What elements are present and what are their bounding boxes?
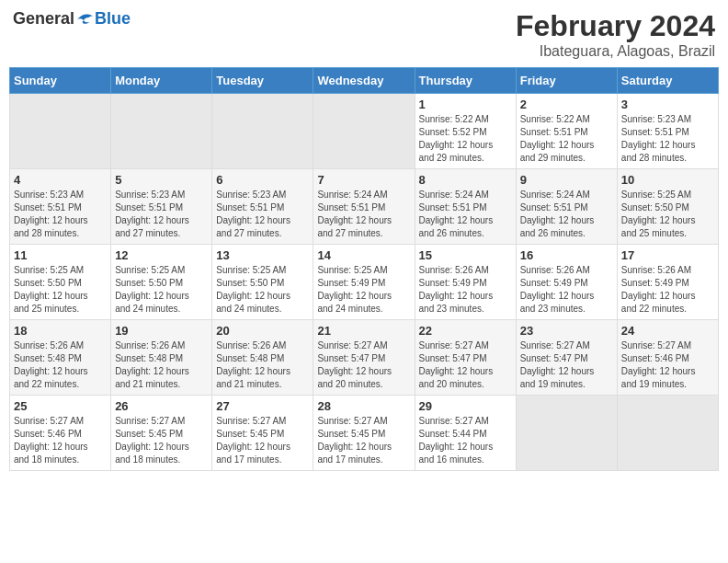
- day-info: Sunrise: 5:22 AM Sunset: 5:52 PM Dayligh…: [419, 113, 512, 165]
- day-info: Sunrise: 5:24 AM Sunset: 5:51 PM Dayligh…: [419, 189, 512, 240]
- day-number: 25: [14, 399, 107, 413]
- calendar-cell: 21Sunrise: 5:27 AM Sunset: 5:47 PM Dayli…: [313, 320, 415, 396]
- calendar-cell: [212, 94, 313, 169]
- calendar-cell: 7Sunrise: 5:24 AM Sunset: 5:51 PM Daylig…: [313, 169, 415, 245]
- day-number: 1: [419, 98, 512, 111]
- day-header-wednesday: Wednesday: [313, 68, 415, 94]
- day-info: Sunrise: 5:27 AM Sunset: 5:46 PM Dayligh…: [621, 339, 714, 391]
- calendar-cell: 8Sunrise: 5:24 AM Sunset: 5:51 PM Daylig…: [415, 169, 516, 245]
- day-info: Sunrise: 5:27 AM Sunset: 5:44 PM Dayligh…: [419, 415, 512, 466]
- calendar-cell: [313, 94, 415, 169]
- day-number: 2: [520, 98, 613, 111]
- calendar-cell: 22Sunrise: 5:27 AM Sunset: 5:47 PM Dayli…: [415, 320, 516, 396]
- logo: General Blue: [13, 9, 131, 29]
- week-row-2: 4Sunrise: 5:23 AM Sunset: 5:51 PM Daylig…: [10, 169, 719, 245]
- day-number: 8: [419, 173, 512, 187]
- day-number: 11: [14, 248, 107, 262]
- day-info: Sunrise: 5:25 AM Sunset: 5:50 PM Dayligh…: [14, 264, 107, 316]
- calendar-cell: 5Sunrise: 5:23 AM Sunset: 5:51 PM Daylig…: [111, 169, 212, 245]
- day-info: Sunrise: 5:26 AM Sunset: 5:49 PM Dayligh…: [520, 264, 613, 316]
- day-info: Sunrise: 5:27 AM Sunset: 5:45 PM Dayligh…: [317, 415, 410, 466]
- day-info: Sunrise: 5:23 AM Sunset: 5:51 PM Dayligh…: [216, 189, 309, 240]
- calendar-cell: 14Sunrise: 5:25 AM Sunset: 5:49 PM Dayli…: [313, 245, 415, 320]
- calendar-cell: 16Sunrise: 5:26 AM Sunset: 5:49 PM Dayli…: [516, 245, 617, 320]
- day-number: 19: [115, 324, 208, 338]
- day-number: 15: [419, 248, 512, 262]
- calendar-cell: 18Sunrise: 5:26 AM Sunset: 5:48 PM Dayli…: [10, 320, 111, 396]
- day-number: 7: [317, 173, 410, 187]
- calendar-cell: 29Sunrise: 5:27 AM Sunset: 5:44 PM Dayli…: [415, 396, 516, 471]
- day-info: Sunrise: 5:26 AM Sunset: 5:49 PM Dayligh…: [621, 264, 714, 316]
- calendar-cell: 10Sunrise: 5:25 AM Sunset: 5:50 PM Dayli…: [617, 169, 718, 245]
- day-info: Sunrise: 5:25 AM Sunset: 5:49 PM Dayligh…: [317, 264, 410, 316]
- page-header: General Blue February 2024 Ibateguara, A…: [9, 9, 719, 60]
- day-number: 27: [216, 399, 309, 413]
- calendar-cell: 1Sunrise: 5:22 AM Sunset: 5:52 PM Daylig…: [415, 94, 516, 169]
- week-row-1: 1Sunrise: 5:22 AM Sunset: 5:52 PM Daylig…: [10, 94, 719, 169]
- day-info: Sunrise: 5:23 AM Sunset: 5:51 PM Dayligh…: [115, 189, 208, 240]
- title-section: February 2024 Ibateguara, Alagoas, Brazi…: [516, 9, 715, 60]
- day-number: 13: [216, 248, 309, 262]
- day-number: 12: [115, 248, 208, 262]
- day-number: 28: [317, 399, 410, 413]
- calendar-cell: 27Sunrise: 5:27 AM Sunset: 5:45 PM Dayli…: [212, 396, 313, 471]
- calendar-cell: 17Sunrise: 5:26 AM Sunset: 5:49 PM Dayli…: [617, 245, 718, 320]
- day-info: Sunrise: 5:26 AM Sunset: 5:48 PM Dayligh…: [216, 339, 309, 391]
- calendar-cell: 24Sunrise: 5:27 AM Sunset: 5:46 PM Dayli…: [617, 320, 718, 396]
- calendar-cell: [111, 94, 212, 169]
- day-number: 21: [317, 324, 410, 338]
- day-info: Sunrise: 5:27 AM Sunset: 5:47 PM Dayligh…: [317, 339, 410, 391]
- day-number: 16: [520, 248, 613, 262]
- day-number: 24: [621, 324, 714, 338]
- day-info: Sunrise: 5:27 AM Sunset: 5:47 PM Dayligh…: [419, 339, 512, 391]
- day-header-tuesday: Tuesday: [212, 68, 313, 94]
- calendar-cell: 15Sunrise: 5:26 AM Sunset: 5:49 PM Dayli…: [415, 245, 516, 320]
- subtitle: Ibateguara, Alagoas, Brazil: [516, 43, 715, 60]
- calendar-cell: 19Sunrise: 5:26 AM Sunset: 5:48 PM Dayli…: [111, 320, 212, 396]
- day-info: Sunrise: 5:26 AM Sunset: 5:48 PM Dayligh…: [115, 339, 208, 391]
- calendar-cell: [516, 396, 617, 471]
- calendar-cell: 23Sunrise: 5:27 AM Sunset: 5:47 PM Dayli…: [516, 320, 617, 396]
- day-info: Sunrise: 5:26 AM Sunset: 5:49 PM Dayligh…: [419, 264, 512, 316]
- calendar-cell: 4Sunrise: 5:23 AM Sunset: 5:51 PM Daylig…: [10, 169, 111, 245]
- day-header-thursday: Thursday: [415, 68, 516, 94]
- main-title: February 2024: [516, 9, 715, 43]
- week-row-5: 25Sunrise: 5:27 AM Sunset: 5:46 PM Dayli…: [10, 396, 719, 471]
- calendar-cell: 26Sunrise: 5:27 AM Sunset: 5:45 PM Dayli…: [111, 396, 212, 471]
- week-row-4: 18Sunrise: 5:26 AM Sunset: 5:48 PM Dayli…: [10, 320, 719, 396]
- day-info: Sunrise: 5:23 AM Sunset: 5:51 PM Dayligh…: [14, 189, 107, 240]
- day-number: 6: [216, 173, 309, 187]
- day-number: 18: [14, 324, 107, 338]
- day-header-friday: Friday: [516, 68, 617, 94]
- day-info: Sunrise: 5:27 AM Sunset: 5:46 PM Dayligh…: [14, 415, 107, 466]
- day-info: Sunrise: 5:25 AM Sunset: 5:50 PM Dayligh…: [621, 189, 714, 240]
- day-header-monday: Monday: [111, 68, 212, 94]
- calendar-cell: 11Sunrise: 5:25 AM Sunset: 5:50 PM Dayli…: [10, 245, 111, 320]
- day-number: 17: [621, 248, 714, 262]
- day-number: 3: [621, 98, 714, 111]
- day-info: Sunrise: 5:25 AM Sunset: 5:50 PM Dayligh…: [115, 264, 208, 316]
- day-number: 29: [419, 399, 512, 413]
- day-number: 5: [115, 173, 208, 187]
- calendar-cell: 2Sunrise: 5:22 AM Sunset: 5:51 PM Daylig…: [516, 94, 617, 169]
- calendar-cell: [10, 94, 111, 169]
- calendar-cell: 25Sunrise: 5:27 AM Sunset: 5:46 PM Dayli…: [10, 396, 111, 471]
- day-number: 22: [419, 324, 512, 338]
- day-info: Sunrise: 5:22 AM Sunset: 5:51 PM Dayligh…: [520, 113, 613, 165]
- calendar-cell: 12Sunrise: 5:25 AM Sunset: 5:50 PM Dayli…: [111, 245, 212, 320]
- day-info: Sunrise: 5:23 AM Sunset: 5:51 PM Dayligh…: [621, 113, 714, 165]
- calendar-cell: 20Sunrise: 5:26 AM Sunset: 5:48 PM Dayli…: [212, 320, 313, 396]
- day-number: 14: [317, 248, 410, 262]
- calendar-cell: 6Sunrise: 5:23 AM Sunset: 5:51 PM Daylig…: [212, 169, 313, 245]
- day-info: Sunrise: 5:27 AM Sunset: 5:45 PM Dayligh…: [115, 415, 208, 466]
- day-info: Sunrise: 5:27 AM Sunset: 5:45 PM Dayligh…: [216, 415, 309, 466]
- day-info: Sunrise: 5:26 AM Sunset: 5:48 PM Dayligh…: [14, 339, 107, 391]
- day-number: 4: [14, 173, 107, 187]
- day-number: 26: [115, 399, 208, 413]
- day-info: Sunrise: 5:24 AM Sunset: 5:51 PM Dayligh…: [317, 189, 410, 240]
- logo-blue-text: Blue: [95, 9, 131, 29]
- calendar-cell: 9Sunrise: 5:24 AM Sunset: 5:51 PM Daylig…: [516, 169, 617, 245]
- calendar-cell: 13Sunrise: 5:25 AM Sunset: 5:50 PM Dayli…: [212, 245, 313, 320]
- day-info: Sunrise: 5:27 AM Sunset: 5:47 PM Dayligh…: [520, 339, 613, 391]
- calendar-table: SundayMondayTuesdayWednesdayThursdayFrid…: [9, 67, 719, 471]
